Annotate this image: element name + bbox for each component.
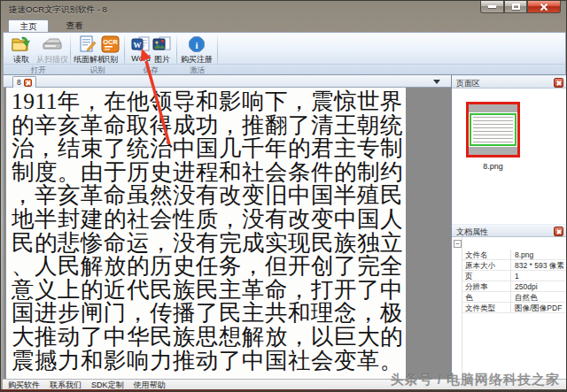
svg-text:OCR: OCR [103,38,118,46]
prop-label: 页 [462,271,511,281]
group-save-label: 保存 [125,65,176,75]
document-page: 1911年，在他领导和影响下，震惊世界 的辛亥革命取得成功，推翻了清王朝统 治，… [5,88,406,379]
ocr-icon: OCR [98,35,121,53]
close-button[interactable] [527,1,561,13]
window-controls [480,1,561,13]
read-button[interactable]: 读取 [7,35,35,64]
text-line: 1911年，在他领导和影响下，震惊世界 [12,90,402,114]
text-line: 震撼力和影响力推动了中国社会变革。 [12,350,402,373]
save-image-button[interactable]: 图片 [151,35,174,64]
tab-close-icon[interactable] [24,79,32,87]
panel-close-icon[interactable] [554,78,563,88]
svg-text:i: i [195,40,198,50]
prop-label: 原本大小 [462,260,511,270]
document-tab-label: 8 [17,78,21,87]
prop-row: 文件名 8.png [462,250,565,260]
text-line: 大推动了中华民族思想解放，以巨大的 [12,326,402,350]
tab-list-dropdown-icon[interactable] [433,80,440,84]
prop-value: 250dpi [511,281,565,291]
info-icon: i [180,35,214,53]
prop-row: 原本大小 832 * 593 像素 [462,260,565,271]
watermark-text: 头条号 / 电脑网络科技之家 [390,372,560,388]
prop-row: 页 1 [462,271,565,281]
prop-value: 1 [511,271,565,281]
group-recognize-label: 识别 [71,65,124,75]
text-line: 民的悲惨命运，没有完成实现民族独立 [12,232,402,256]
group-activate-label: 激活 [177,65,217,75]
pages-panel-body: 8.png [452,88,566,224]
prop-label: 文件类型 [462,303,511,312]
text-line: 、人民解放的历史任务，但开创了完全 [12,255,402,279]
props-panel-body: − 文件名 8.png 原本大小 832 * 593 像素 页 1 分辨率 25… [452,237,566,379]
scanner-icon [36,35,68,53]
close-icon [540,3,548,12]
document-tab-bar: 8 [3,75,451,88]
ribbon: 读取 从扫描仪 纸面解析 OCR 识别 W [3,32,566,75]
minimize-icon [488,5,496,8]
text-line: 制度。由于历史进程和社会条件的制约 [12,161,402,185]
prop-label: 色 [462,292,511,302]
window-bottom-edge [1,389,566,391]
from-scanner-button[interactable]: 从扫描仪 [36,35,68,64]
prop-value: 图像/图像PDF [511,303,565,312]
prop-value: 832 * 593 像素 [511,260,565,270]
collapse-expander-icon[interactable]: − [454,240,462,248]
prop-value: 8.png [511,250,565,259]
text-line: 地半封建的社会性质，没有改变中国人 [12,208,402,232]
thumbnail-margin-top [469,104,517,112]
image-icon [151,35,174,53]
document-viewport[interactable]: 1911年，在他领导和影响下，震惊世界 的辛亥革命取得成功，推翻了清王朝统 治，… [3,88,451,379]
text-line: 国进步闸门，传播了民主共和理念，极 [12,302,402,326]
window-title: 捷速OCR文字识别软件 - 8 [9,4,107,16]
maximize-icon [512,4,520,10]
text-line: ，辛亥革命虽然没有改变旧中国半殖民 [12,184,402,208]
svg-text:W: W [134,41,142,50]
ribbon-tab-row: 主页 查看 [3,19,566,32]
tab-view[interactable]: 查看 [54,19,95,32]
title-bar[interactable]: 捷速OCR文字识别软件 - 8 [1,1,566,19]
document-tab[interactable]: 8 [12,76,36,88]
buy-register-button[interactable]: i 购买注册 [180,35,214,64]
open-folder-icon [7,35,35,53]
page-thumbnail[interactable] [466,102,520,158]
thumbnail-margin-bottom [469,147,517,155]
maximize-button[interactable] [504,1,527,13]
group-open-label: 打开 [7,65,70,75]
ocr-text: 1911年，在他领导和影响下，震惊世界 的辛亥革命取得成功，推翻了清王朝统 治，… [12,90,402,373]
prop-row: 文件类型 图像/图像PDF [462,303,565,313]
prop-label: 文件名 [462,250,511,259]
recognize-button[interactable]: OCR 识别 [98,35,121,64]
app-window: 捷速OCR文字识别软件 - 8 主页 查看 读取 从扫描仪 [0,0,567,392]
text-line: 意义上的近代民族民主革命，打开了中 [12,279,402,303]
ribbon-group-strip: 打开 识别 保存 激活 [4,64,565,74]
thumbnail-text-region [470,113,517,146]
prop-row: 分辨率 250dpi [462,281,565,292]
pages-panel-header: 页面区 [452,75,566,88]
prop-row: 色 自然色 [462,292,565,303]
prop-label: 分辨率 [462,281,511,291]
minimize-button[interactable] [480,1,504,13]
text-line: 治，结束了统治中国几千年的君主专制 [12,137,402,161]
thumbnail-text-lines [473,117,513,142]
text-line: 的辛亥革命取得成功，推翻了清王朝统 [12,114,402,138]
prop-value: 自然色 [511,292,565,302]
panel-close-icon[interactable] [554,227,563,236]
thumbnail-filename: 8.png [452,162,534,171]
props-panel-header: 文档属性 [452,224,566,237]
right-panel: 页面区 8.png 文档属性 − 文件名 8.png [451,75,566,379]
tab-home[interactable]: 主页 [8,19,49,32]
